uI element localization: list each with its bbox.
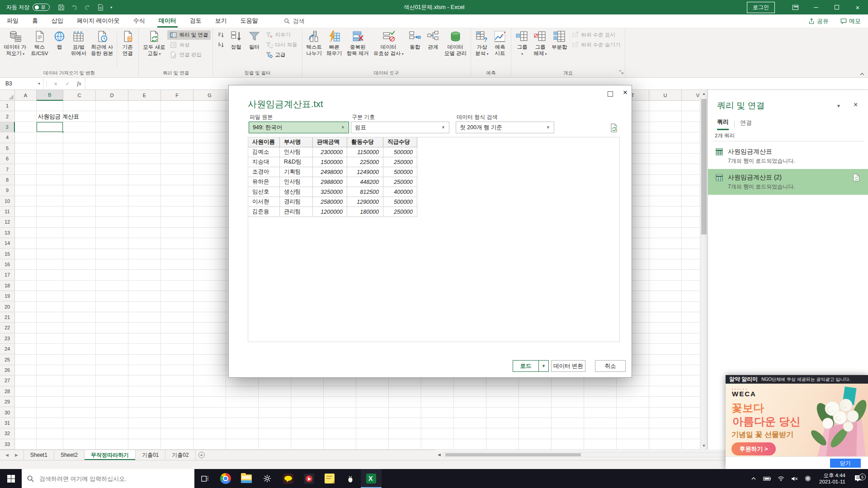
search-input[interactable]	[38, 475, 189, 483]
collapse-ribbon-icon[interactable]	[860, 73, 864, 75]
ribbon-btn-sort-ascending[interactable]	[215, 30, 227, 40]
row-header-8[interactable]: 8	[0, 175, 15, 185]
row-header-18[interactable]: 18	[0, 281, 15, 291]
ribbon-btn-recent-sources[interactable]: 최근에 사용한 원본	[89, 29, 115, 56]
ribbon-tab-삽입[interactable]: 삽입	[45, 14, 70, 28]
preview-col-직급수당[interactable]: 직급수당	[383, 137, 417, 147]
select-all-corner[interactable]	[0, 90, 15, 101]
ribbon-btn-text-to-columns[interactable]: 텍스트나누기	[304, 29, 325, 56]
horizontal-scroll-thumb[interactable]	[445, 453, 581, 456]
row-header-2[interactable]: 2	[0, 111, 15, 122]
row-header-12[interactable]: 12	[0, 217, 15, 227]
pane-close-icon[interactable]: ×	[854, 101, 858, 109]
ribbon-display-options-button[interactable]	[785, 0, 806, 14]
taskbar-clock[interactable]: 오후 4:44 2021-01-11	[816, 472, 849, 485]
row-header-27[interactable]: 27	[0, 375, 15, 386]
ad-close-button[interactable]: 닫기	[830, 459, 861, 468]
column-header-C[interactable]: C	[63, 90, 96, 101]
pane-options-icon[interactable]: ▼	[836, 103, 841, 108]
excel-taskbar-icon[interactable]: X	[361, 469, 382, 488]
column-header-D[interactable]: D	[96, 90, 128, 101]
ribbon-btn-group[interactable]: 그룹 ▾	[513, 29, 531, 57]
row-header-25[interactable]: 25	[0, 354, 15, 365]
ribbon-tab-검토[interactable]: 검토	[183, 14, 208, 28]
ribbon-tab-수식[interactable]: 수식	[127, 14, 152, 28]
media-app-icon[interactable]	[298, 469, 319, 488]
transform-data-button[interactable]: 데이터 변환	[551, 360, 585, 372]
row-header-23[interactable]: 23	[0, 333, 15, 344]
login-button[interactable]: 로그인	[747, 2, 775, 13]
ribbon-btn-sort-descending[interactable]	[215, 40, 227, 50]
row-header-21[interactable]: 21	[0, 312, 15, 323]
sheet-tab-기출02[interactable]: 기출02	[165, 450, 195, 460]
refresh-preview-icon[interactable]	[609, 123, 618, 132]
ribbon-btn-filter[interactable]: 필터	[245, 29, 263, 50]
formula-bar-splitter[interactable]: ⋮	[43, 78, 50, 89]
sheet-nav-left-icon[interactable]: ◀	[5, 453, 9, 457]
sticky-note-icon[interactable]	[319, 469, 340, 488]
row-header-31[interactable]: 31	[0, 418, 15, 428]
row-header-1[interactable]: 1	[0, 101, 15, 111]
sheet-tab-Sheet1[interactable]: Sheet1	[24, 450, 54, 460]
column-header-V[interactable]: V	[682, 90, 700, 101]
ribbon-tab-보기[interactable]: 보기	[208, 14, 234, 28]
ribbon-btn-from-table-range[interactable]: 표/범위에서	[69, 29, 89, 56]
ribbon-tab-홈[interactable]: 홈	[25, 14, 45, 28]
ribbon-tab-페이지 레이아웃[interactable]: 페이지 레이아웃	[70, 14, 127, 28]
row-header-26[interactable]: 26	[0, 365, 15, 375]
row-header-20[interactable]: 20	[0, 301, 15, 312]
alyac-tray-icon[interactable]	[802, 475, 814, 482]
qat-customize-icon[interactable]: ▾	[110, 5, 112, 9]
row-header-33[interactable]: 33	[0, 439, 15, 450]
battery-icon[interactable]	[761, 476, 773, 481]
ribbon-btn-text-csv[interactable]: 텍스트/CSV	[28, 29, 50, 56]
ribbon-tab-파일[interactable]: 파일	[0, 14, 25, 28]
row-header-22[interactable]: 22	[0, 323, 15, 333]
start-button[interactable]	[0, 469, 22, 488]
row-header-13[interactable]: 13	[0, 228, 15, 238]
ribbon-btn-flash-fill[interactable]: 빠른채우기	[324, 29, 344, 56]
ribbon-btn-what-if-analysis[interactable]: ?가상분석 ▾	[473, 29, 491, 57]
ribbon-btn-queries-connections[interactable]: 쿼리 및 연결	[167, 30, 211, 40]
ribbon-btn-data-validation[interactable]: 데이터유효성 검사 ▾	[371, 29, 406, 57]
ribbon-tab-도움말[interactable]: 도움말	[234, 14, 265, 28]
name-box-dropdown-icon[interactable]: ▾	[35, 78, 43, 89]
sheet-tab-기출01[interactable]: 기출01	[136, 450, 165, 460]
ad-banner[interactable]: ••••••WECA 꽃보다 아름다운 당신 기념일 꽃 선물받기 후원하기 >	[726, 384, 868, 456]
scroll-down-icon[interactable]: ▼	[700, 442, 708, 450]
vertical-scrollbar[interactable]: ▲ ▼	[700, 90, 708, 450]
preview-col-부서명[interactable]: 부서명	[280, 137, 313, 147]
column-header-B[interactable]: B	[37, 90, 63, 101]
sheet-tab-무작정따라하기[interactable]: 무작정따라하기	[85, 450, 136, 460]
column-header-F[interactable]: F	[161, 90, 193, 101]
ribbon-btn-advanced-filter[interactable]: 고급	[263, 50, 300, 60]
share-button[interactable]: 공유	[808, 17, 829, 25]
cancel-button[interactable]: 취소	[595, 360, 626, 372]
task-view-icon[interactable]	[194, 469, 215, 488]
row-header-28[interactable]: 28	[0, 386, 15, 397]
preview-col-활동수당[interactable]: 활동수당	[347, 137, 383, 147]
dialog-maximize-icon[interactable]	[608, 91, 613, 97]
ribbon-btn-ungroup[interactable]: 그룹해제 ▾	[531, 29, 549, 57]
dialog-launcher-icon[interactable]	[619, 70, 623, 74]
minimize-button[interactable]	[806, 0, 826, 14]
row-header-7[interactable]: 7	[0, 164, 15, 174]
column-header-G[interactable]: G	[193, 90, 226, 101]
ribbon-btn-forecast-sheet[interactable]: 예측시트	[491, 29, 509, 56]
file-origin-select[interactable]: 949: 한국어 ▼	[249, 122, 349, 133]
row-header-9[interactable]: 9	[0, 185, 15, 196]
name-box[interactable]: B3	[0, 78, 35, 89]
row-header-3[interactable]: 3	[0, 122, 15, 132]
action-center-icon[interactable]: 5	[851, 475, 866, 482]
tab-queries[interactable]: 쿼리	[717, 118, 729, 130]
row-header-30[interactable]: 30	[0, 407, 15, 418]
query-refresh-doc-icon[interactable]	[853, 174, 860, 182]
insert-function-icon[interactable]: fx	[73, 78, 85, 89]
autosave-toggle[interactable]: 자동 저장 끔	[6, 4, 50, 11]
column-header-U[interactable]: U	[649, 90, 682, 101]
scroll-up-icon[interactable]: ▲	[700, 90, 708, 98]
ribbon-btn-relationships[interactable]: 관계	[424, 29, 442, 50]
load-dropdown-icon[interactable]: ▼	[538, 361, 548, 371]
row-header-29[interactable]: 29	[0, 397, 15, 407]
row-header-4[interactable]: 4	[0, 132, 15, 143]
